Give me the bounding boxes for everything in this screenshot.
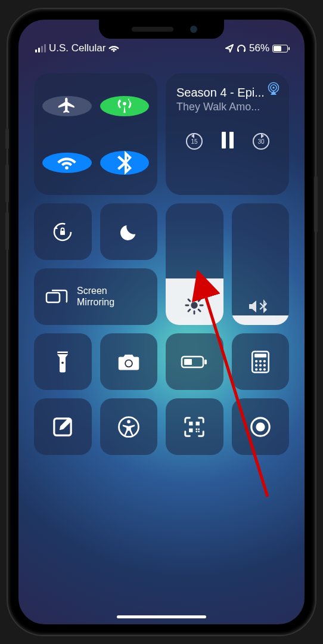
brightness-icon: [166, 295, 223, 315]
rotation-lock-icon: [51, 220, 74, 244]
wifi-icon: [108, 44, 119, 52]
svg-point-33: [127, 420, 131, 423]
screen-recording-button[interactable]: [232, 398, 290, 455]
svg-rect-38: [198, 428, 200, 430]
svg-point-25: [255, 364, 257, 366]
svg-point-27: [263, 364, 266, 366]
screen-mirroring-label: Screen Mirroring: [77, 286, 114, 308]
screen-mirroring-button[interactable]: Screen Mirroring: [34, 268, 157, 325]
bluetooth-icon: [116, 151, 133, 175]
media-panel[interactable]: Season 4 - Epi... They Walk Amo... 15 30: [166, 73, 289, 195]
svg-rect-40: [198, 431, 200, 432]
svg-rect-10: [60, 231, 65, 235]
svg-rect-6: [229, 132, 234, 148]
svg-rect-37: [196, 428, 198, 430]
svg-point-11: [191, 302, 198, 308]
calculator-button[interactable]: [232, 333, 290, 390]
cellular-signal-icon: [35, 44, 46, 52]
camera-button[interactable]: [100, 333, 158, 390]
svg-rect-36: [189, 428, 192, 432]
svg-rect-35: [196, 422, 200, 425]
cellular-antenna-icon: [114, 96, 135, 116]
svg-text:30: 30: [257, 138, 265, 145]
iphone-frame: U.S. Cellular 56%: [8, 9, 315, 635]
flashlight-icon: [55, 350, 70, 374]
media-title-label: Season 4 - Epi...: [176, 85, 278, 100]
carrier-label: U.S. Cellular: [49, 42, 105, 54]
control-center: Season 4 - Epi... They Walk Amo... 15 30: [34, 73, 289, 455]
screen-mirroring-icon: [45, 287, 69, 307]
qr-code-icon: [183, 416, 206, 438]
record-icon: [249, 416, 272, 438]
skip-back-15-button[interactable]: 15: [184, 130, 204, 150]
svg-point-26: [259, 364, 262, 366]
qr-scanner-button[interactable]: [166, 398, 223, 455]
battery-percent-label: 56%: [249, 42, 269, 54]
accessibility-button[interactable]: [100, 398, 158, 455]
media-subtitle-label: They Walk Amo...: [176, 101, 278, 113]
bluetooth-toggle[interactable]: [100, 151, 150, 175]
airplane-icon: [57, 96, 77, 116]
do-not-disturb-button[interactable]: [100, 203, 158, 260]
battery-icon: [181, 354, 208, 370]
svg-rect-18: [204, 360, 207, 364]
airplane-mode-toggle[interactable]: [42, 96, 92, 116]
calculator-icon: [251, 351, 269, 373]
airplay-icon[interactable]: [266, 82, 281, 95]
svg-point-23: [259, 360, 262, 362]
accessibility-icon: [117, 416, 140, 438]
svg-rect-5: [222, 132, 226, 148]
moon-icon: [119, 222, 139, 242]
pause-button[interactable]: [219, 131, 236, 150]
notes-button[interactable]: [34, 398, 92, 455]
svg-point-22: [255, 360, 257, 362]
svg-point-2: [272, 86, 275, 89]
svg-rect-21: [254, 354, 266, 357]
connectivity-panel[interactable]: [34, 73, 157, 195]
svg-point-24: [263, 360, 266, 362]
svg-point-16: [126, 360, 132, 366]
svg-rect-34: [189, 422, 192, 425]
cellular-data-toggle[interactable]: [100, 96, 150, 116]
camera-icon: [117, 352, 141, 371]
home-indicator[interactable]: [117, 615, 206, 618]
rotation-lock-button[interactable]: [34, 203, 92, 260]
location-icon: [225, 44, 234, 52]
low-power-mode-button[interactable]: [166, 333, 223, 390]
svg-rect-12: [46, 293, 60, 302]
flashlight-button[interactable]: [34, 333, 92, 390]
notch: [99, 20, 224, 39]
svg-point-28: [255, 368, 257, 370]
headphones-icon: [237, 44, 246, 52]
volume-slider[interactable]: [232, 203, 290, 325]
svg-rect-14: [58, 353, 69, 354]
svg-point-42: [256, 422, 265, 431]
screen: U.S. Cellular 56%: [18, 20, 305, 624]
svg-point-13: [61, 361, 64, 364]
compose-icon: [52, 416, 73, 438]
brightness-slider[interactable]: [166, 203, 223, 325]
battery-icon: [272, 45, 288, 52]
wifi-icon: [57, 153, 77, 173]
wifi-toggle[interactable]: [42, 153, 92, 173]
status-bar: U.S. Cellular 56%: [18, 36, 305, 60]
svg-rect-39: [196, 431, 198, 432]
svg-rect-19: [184, 359, 192, 365]
skip-forward-30-button[interactable]: 30: [251, 130, 271, 150]
svg-text:15: 15: [191, 138, 198, 145]
volume-bluetooth-icon: [232, 298, 290, 315]
svg-point-30: [263, 368, 266, 370]
svg-point-29: [259, 368, 262, 370]
